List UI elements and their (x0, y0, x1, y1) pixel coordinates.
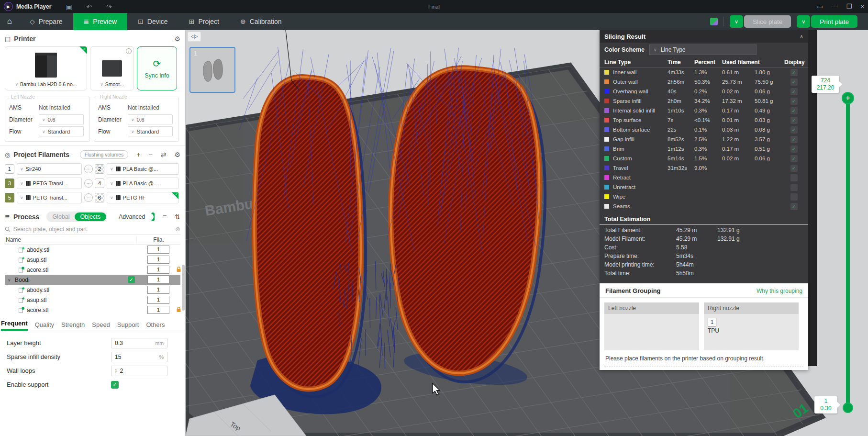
display-checkbox[interactable]: ✓ (790, 117, 798, 124)
remove-filament-button[interactable]: − (149, 151, 153, 158)
fila-input[interactable]: 1 (147, 296, 169, 304)
param-tab-quality[interactable]: Quality (35, 321, 54, 331)
filament-menu-button[interactable]: ⋯ (84, 179, 93, 188)
minimize-button[interactable]: — (832, 3, 838, 10)
display-checkbox[interactable]: ✓ (790, 107, 798, 114)
plate-thumbnail[interactable]: 1 (189, 47, 235, 93)
filament-color-chip[interactable]: 2 (95, 164, 104, 174)
fila-input[interactable]: 1 (147, 286, 169, 294)
filament-select[interactable]: ∨Sir240 (17, 163, 82, 175)
param-checkbox[interactable]: ✓ (111, 381, 119, 389)
display-checkbox[interactable]: ✓ (790, 145, 798, 153)
param-tab-support[interactable]: Support (117, 321, 139, 331)
filament-menu-button[interactable]: ⋯ (84, 193, 93, 202)
filament-color-chip[interactable]: 1 (5, 164, 14, 174)
tab-prepare[interactable]: ◇Prepare (19, 13, 73, 30)
add-filament-button[interactable]: + (136, 151, 140, 158)
print-dropdown-button[interactable]: ∨ (797, 15, 810, 28)
tune-icon[interactable]: ⇅ (175, 213, 180, 221)
param-input[interactable]: 15% (111, 352, 167, 362)
display-checkbox[interactable]: ✓ (790, 165, 798, 172)
filament-menu-button[interactable]: ⋯ (84, 165, 93, 173)
close-button[interactable]: × (860, 3, 864, 10)
clear-search-icon[interactable]: ⊗ (175, 225, 180, 233)
color-scheme-select[interactable]: ∨ Line Type (649, 45, 757, 55)
undo-icon[interactable]: ↶ (87, 3, 92, 11)
tab-device[interactable]: ⊡Device (127, 13, 178, 30)
slice-dropdown-button[interactable]: ∨ (730, 15, 743, 28)
display-checkbox[interactable]: ✓ (790, 136, 798, 143)
redo-icon[interactable]: ↷ (106, 3, 112, 11)
info-icon[interactable]: i (126, 48, 132, 54)
sync-info-button[interactable]: ⟳ Sync info (137, 46, 177, 90)
row-checkbox[interactable]: ✓ (128, 276, 135, 283)
scope-objects[interactable]: Objects (75, 212, 106, 221)
tree-row[interactable]: abody.stl1 (5, 245, 180, 255)
display-checkbox[interactable]: ✓ (790, 126, 798, 134)
search-input[interactable]: Search plate, object and part. (13, 226, 172, 233)
filament-color-chip[interactable]: 6 (95, 193, 104, 202)
tree-row[interactable]: asup.stl1 (5, 295, 180, 305)
printer-card[interactable]: ✓ ∨ Bambu Lab H2D 0.6 no... (5, 46, 87, 90)
panel-collapse-button[interactable]: <|> (188, 32, 201, 42)
filament-settings-gear-icon[interactable]: ⚙ (174, 151, 180, 158)
collapse-panel-icon[interactable]: ∧ (800, 34, 803, 40)
slice-plate-button[interactable]: Slice plate (744, 15, 791, 28)
tree-row[interactable]: asup.stl1 (5, 255, 180, 265)
filament-select[interactable]: ∨PETG Transl... (17, 178, 82, 189)
printer-settings-gear-icon[interactable]: ⚙ (174, 35, 180, 43)
tab-preview[interactable]: ≣Preview (73, 13, 128, 30)
display-checkbox[interactable]: ✓ (790, 98, 798, 105)
tab-calibration[interactable]: ⊕Calibration (230, 13, 292, 30)
layer-slider-top-handle[interactable]: + (842, 92, 854, 104)
why-this-grouping-link[interactable]: Why this grouping (757, 288, 802, 294)
tree-scrollbar[interactable] (182, 265, 185, 311)
fila-input[interactable]: 1 (147, 256, 169, 264)
param-input[interactable]: ∧∨2 (111, 366, 167, 376)
monitor-icon[interactable]: ▭ (817, 3, 823, 10)
param-tab-others[interactable]: Others (146, 321, 165, 331)
filament-color-chip[interactable]: 4 (95, 179, 104, 188)
display-checkbox[interactable] (790, 184, 798, 191)
print-plate-button[interactable]: Print plate (811, 15, 857, 28)
home-icon[interactable]: ⌂ (0, 17, 19, 26)
layer-slider-bottom-handle[interactable] (843, 402, 853, 413)
filament-color-chip[interactable]: 3 (5, 179, 14, 188)
filament-select[interactable]: ∨PLA Basic @... (107, 178, 179, 189)
fila-input[interactable]: 1 (147, 276, 169, 284)
param-tab-frequent[interactable]: Frequent (1, 320, 28, 331)
list-icon[interactable]: ≡ (163, 213, 167, 221)
filament-color-chip[interactable]: 5 (5, 193, 14, 202)
diameter-select[interactable]: ∨0.6 (128, 114, 173, 124)
scope-global[interactable]: Global (47, 213, 74, 220)
tab-project[interactable]: ⊞Project (178, 13, 230, 30)
param-input[interactable]: 0.3mm (111, 338, 167, 348)
caret-down-icon[interactable]: ∨ (8, 278, 12, 282)
stepper-arrows[interactable]: ∧∨ (115, 369, 117, 373)
display-checkbox[interactable]: ✓ (790, 88, 798, 95)
advanced-toggle[interactable] (151, 212, 155, 221)
scope-toggle[interactable]: Global Objects (46, 212, 107, 222)
flow-select[interactable]: ∨Standard (39, 126, 84, 136)
fila-input[interactable]: 1 (147, 266, 169, 274)
display-checkbox[interactable]: ✓ (790, 69, 798, 76)
diameter-select[interactable]: ∨0.6 (39, 114, 84, 124)
filament-select[interactable]: ∨PETG HF✓ (107, 192, 179, 203)
arrange-plates-icon[interactable] (710, 18, 718, 25)
tree-row[interactable]: acore.stl1 (5, 265, 180, 275)
display-checkbox[interactable] (790, 174, 798, 181)
display-checkbox[interactable]: ✓ (790, 155, 798, 162)
display-checkbox[interactable]: ✓ (790, 203, 798, 210)
param-tab-strength[interactable]: Strength (61, 321, 85, 331)
tree-row[interactable]: acore.stl1 (5, 305, 180, 315)
plate-card[interactable]: i ∨ Smoot... (90, 46, 134, 90)
restore-button[interactable]: ❐ (846, 3, 852, 10)
filament-select[interactable]: ∨PETG Transl... (17, 192, 82, 203)
display-checkbox[interactable]: ✓ (790, 78, 798, 86)
search-bar[interactable]: Search plate, object and part. ⊗ (5, 224, 180, 235)
param-tab-speed[interactable]: Speed (92, 321, 110, 331)
save-icon[interactable]: ▣ (66, 3, 72, 11)
flow-select[interactable]: ∨Standard (128, 126, 173, 136)
ams-sync-icon[interactable]: ⇄ (161, 151, 167, 158)
fila-input[interactable]: 1 (147, 306, 169, 314)
